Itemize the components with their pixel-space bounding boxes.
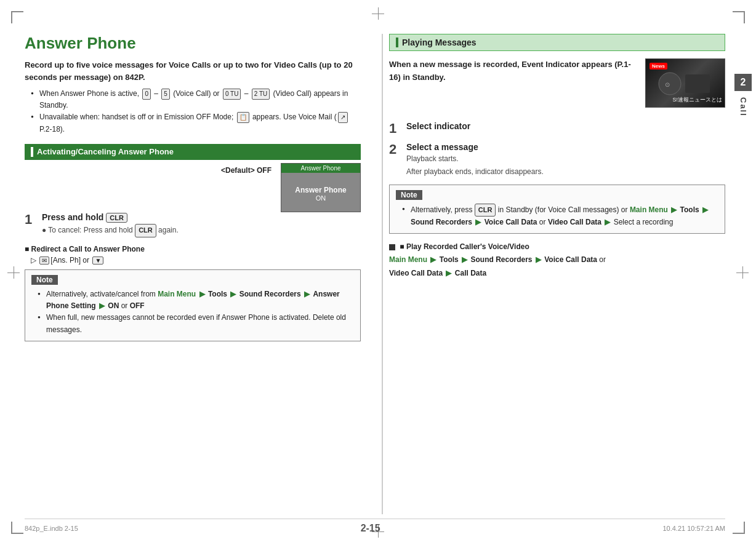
default-off-label: <Default> OFF xyxy=(221,166,271,175)
step-1-row: 1 Press and hold CLR ● To cancel: Press … xyxy=(25,212,271,237)
left-note-title: Note xyxy=(31,275,58,285)
step-1-title: Press and hold CLR xyxy=(42,212,271,223)
playing-screenshot: News S!速報ニュースとは ⊙ xyxy=(645,58,725,108)
crosshair-top xyxy=(372,7,384,20)
clr-button-1: CLR xyxy=(106,213,127,223)
play-recorded-title: ■ Play Recorded Caller's Voice/Video xyxy=(389,242,725,251)
playing-header-bar xyxy=(396,38,398,47)
page-number-display: 2-15 xyxy=(361,523,380,534)
play-recorded-section: ■ Play Recorded Caller's Voice/Video Mai… xyxy=(389,242,725,280)
right-step-1-content: Select indicator xyxy=(406,121,725,131)
left-note-box: Note Alternatively, activate/cancel from… xyxy=(25,269,361,341)
left-note-list: Alternatively, activate/cancel from Main… xyxy=(31,288,354,336)
right-step-2-content: Select a message Playback starts. After … xyxy=(406,142,725,178)
intro-text: Record up to five voice messages for Voi… xyxy=(25,59,361,83)
footer-left: 842p_E.indb 2-15 xyxy=(25,525,78,532)
playing-messages-header: Playing Messages xyxy=(389,34,725,51)
screenshot-sub: ON xyxy=(316,194,326,202)
right-step-2-sub2: After playback ends, indicator disappear… xyxy=(406,166,725,178)
playing-intro-text: When a new message is recorded, Event In… xyxy=(389,58,633,113)
clr-inline: CLR xyxy=(475,204,496,217)
screenshot-svg: ⊙ xyxy=(657,68,713,99)
corner-mark-tl xyxy=(11,11,23,23)
activating-section-header: Activating/Canceling Answer Phone xyxy=(25,144,361,160)
corner-mark-bl xyxy=(11,522,23,534)
step-1-content: Press and hold CLR ● To cancel: Press an… xyxy=(42,212,271,237)
left-note-item-2: When full, new messages cannot be record… xyxy=(38,312,354,335)
right-step-1-title: Select indicator xyxy=(406,121,725,131)
screenshot-title: Answer Phone xyxy=(281,164,360,173)
crosshair-left xyxy=(7,266,20,279)
playing-intro-para: When a new message is recorded, Event In… xyxy=(389,58,633,84)
redirect-sub: ▷ ✉[Ans. Ph] or ▼ xyxy=(25,256,361,265)
screenshot-text: Answer Phone xyxy=(295,186,346,194)
right-step-2-row: 2 Select a message Playback starts. Afte… xyxy=(389,142,725,178)
bullet-item: Unavailable when: handset is off or in E… xyxy=(31,111,361,135)
step-1-num: 1 xyxy=(25,212,42,227)
answer-phone-screenshot: Answer Phone Answer Phone ON xyxy=(281,163,361,212)
page-number-box: 2 xyxy=(734,74,752,91)
right-step-2-title: Select a message xyxy=(406,142,725,152)
right-step-1-num: 1 xyxy=(389,121,406,136)
step-1-sub: ● To cancel: Press and hold CLR again. xyxy=(42,224,271,237)
right-note-box: Note Alternatively, press CLR in Standby… xyxy=(389,185,725,234)
page-sidebar: 2 Call xyxy=(730,0,756,545)
play-recorded-nav: Main Menu ▶ Tools ▶ Sound Recorders ▶ Vo… xyxy=(389,253,725,280)
bullet-item: When Answer Phone is active, 0 – 5 (Voic… xyxy=(31,88,361,111)
answer-phone-title: Answer Phone xyxy=(25,34,361,53)
right-column: Playing Messages When a new message is r… xyxy=(382,34,725,514)
svg-text:⊙: ⊙ xyxy=(665,81,670,88)
right-note-title: Note xyxy=(396,190,422,200)
screenshot-inner: News S!速報ニュースとは ⊙ xyxy=(646,59,725,107)
footer-right: 10.4.21 10:57:21 AM xyxy=(662,525,725,532)
right-step-2-num: 2 xyxy=(389,142,406,157)
clr-button-2: CLR xyxy=(135,224,156,237)
left-note-item-1: Alternatively, activate/cancel from Main… xyxy=(38,288,354,312)
main-content: Answer Phone Record up to five voice mes… xyxy=(25,34,725,514)
svg-point-0 xyxy=(659,73,681,95)
right-step-2-sub1: Playback starts. xyxy=(406,153,725,165)
header-bar xyxy=(31,147,33,157)
svg-rect-2 xyxy=(685,74,710,93)
intro-bullets: When Answer Phone is active, 0 – 5 (Voic… xyxy=(25,88,361,135)
playing-header-label: Playing Messages xyxy=(402,38,477,47)
footer: 842p_E.indb 2-15 2-15 10.4.21 10:57:21 A… xyxy=(25,519,725,534)
section-header-label: Activating/Canceling Answer Phone xyxy=(37,147,174,156)
black-square-icon xyxy=(389,244,395,250)
right-step-1-row: 1 Select indicator xyxy=(389,121,725,136)
right-note-list: Alternatively, press CLR in Standby (for… xyxy=(396,204,718,229)
redirect-title: ■ Redirect a Call to Answer Phone xyxy=(25,245,361,253)
right-note-item-1: Alternatively, press CLR in Standby (for… xyxy=(402,204,718,229)
page-label: Call xyxy=(739,97,748,117)
left-column: Answer Phone Record up to five voice mes… xyxy=(25,34,367,514)
